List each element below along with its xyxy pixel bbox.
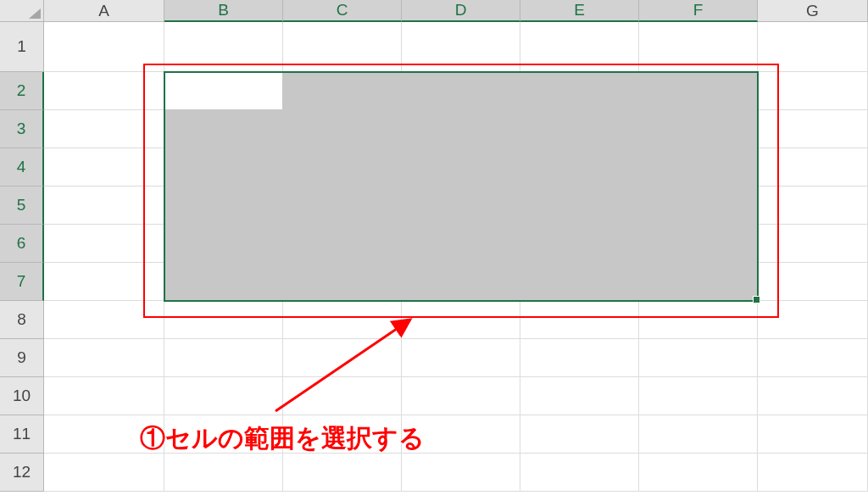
row-header-6[interactable]: 6 [0, 225, 44, 263]
cell-G6[interactable] [758, 225, 868, 263]
cell-E1[interactable] [520, 22, 639, 72]
cell-F10[interactable] [639, 377, 758, 415]
cell-E11[interactable] [520, 415, 639, 454]
cell-A8[interactable] [44, 301, 164, 339]
cell-E8[interactable] [520, 301, 639, 339]
column-header-F[interactable]: F [639, 0, 758, 22]
cell-D12[interactable] [402, 454, 520, 492]
active-cell[interactable] [165, 73, 282, 109]
cell-G4[interactable] [758, 148, 868, 186]
cell-B1[interactable] [164, 22, 283, 72]
cell-A4[interactable] [44, 148, 164, 186]
row-header-3[interactable]: 3 [0, 110, 44, 148]
cell-C10[interactable] [283, 377, 402, 415]
row-header-2[interactable]: 2 [0, 72, 44, 110]
cell-E12[interactable] [520, 454, 639, 492]
cell-A6[interactable] [44, 225, 164, 263]
column-header-B[interactable]: B [164, 0, 283, 22]
cell-D9[interactable] [402, 339, 520, 377]
cell-E10[interactable] [520, 377, 639, 415]
cell-B12[interactable] [164, 454, 283, 492]
cell-A5[interactable] [44, 186, 164, 225]
cell-A1[interactable] [44, 22, 164, 72]
row-header-11[interactable]: 11 [0, 415, 44, 454]
cell-F8[interactable] [639, 301, 758, 339]
cell-E9[interactable] [520, 339, 639, 377]
row-header-7[interactable]: 7 [0, 263, 44, 301]
cell-D10[interactable] [402, 377, 520, 415]
spreadsheet-sheet: ABCDEFG 123456789101112 ①セルの範囲を選択する [0, 0, 868, 501]
annotation-text: ①セルの範囲を選択する [140, 421, 425, 456]
cell-C1[interactable] [283, 22, 402, 72]
cell-G3[interactable] [758, 110, 868, 148]
cell-D1[interactable] [402, 22, 520, 72]
cell-C8[interactable] [283, 301, 402, 339]
column-header-G[interactable]: G [758, 0, 868, 22]
cell-B8[interactable] [164, 301, 283, 339]
row-header-1[interactable]: 1 [0, 22, 44, 72]
column-header-E[interactable]: E [520, 0, 639, 22]
cell-G7[interactable] [758, 263, 868, 301]
cell-A3[interactable] [44, 110, 164, 148]
column-header-C[interactable]: C [283, 0, 402, 22]
cell-F9[interactable] [639, 339, 758, 377]
cell-F1[interactable] [639, 22, 758, 72]
cell-G11[interactable] [758, 415, 868, 454]
cell-G10[interactable] [758, 377, 868, 415]
cell-A9[interactable] [44, 339, 164, 377]
row-headers: 123456789101112 [0, 22, 44, 492]
row-header-9[interactable]: 9 [0, 339, 44, 377]
column-header-A[interactable]: A [44, 0, 164, 22]
row-header-12[interactable]: 12 [0, 454, 44, 492]
select-all-corner[interactable] [0, 0, 44, 22]
cell-G1[interactable] [758, 22, 868, 72]
cell-F11[interactable] [639, 415, 758, 454]
cell-G2[interactable] [758, 72, 868, 110]
row-header-10[interactable]: 10 [0, 377, 44, 415]
row-header-8[interactable]: 8 [0, 301, 44, 339]
cell-A12[interactable] [44, 454, 164, 492]
cell-C9[interactable] [283, 339, 402, 377]
cell-G12[interactable] [758, 454, 868, 492]
cell-G9[interactable] [758, 339, 868, 377]
cell-A2[interactable] [44, 72, 164, 110]
cell-F12[interactable] [639, 454, 758, 492]
cell-A7[interactable] [44, 263, 164, 301]
cell-D8[interactable] [402, 301, 520, 339]
cell-B10[interactable] [164, 377, 283, 415]
row-header-5[interactable]: 5 [0, 186, 44, 225]
cell-G5[interactable] [758, 186, 868, 225]
cell-A10[interactable] [44, 377, 164, 415]
cell-G8[interactable] [758, 301, 868, 339]
cell-B9[interactable] [164, 339, 283, 377]
column-header-D[interactable]: D [402, 0, 520, 22]
column-headers: ABCDEFG [44, 0, 868, 22]
row-header-4[interactable]: 4 [0, 148, 44, 186]
cell-C12[interactable] [283, 454, 402, 492]
